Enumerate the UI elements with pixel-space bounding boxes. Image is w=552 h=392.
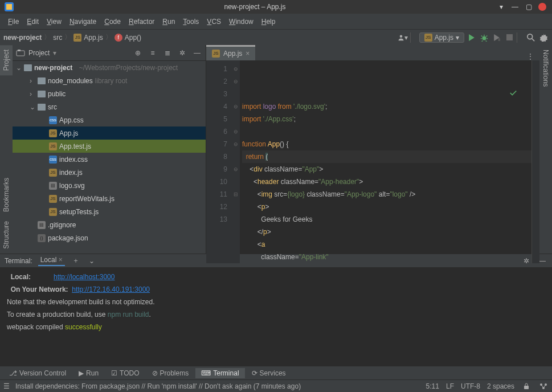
editor-more-icon[interactable]: ⋮	[521, 52, 539, 60]
breadcrumb[interactable]: new-project 〉 src 〉 JS App.js 〉 f App()	[3, 32, 141, 42]
breadcrumb-symbol[interactable]: App()	[125, 34, 141, 42]
locate-icon[interactable]: ⊕	[133, 48, 143, 58]
breadcrumb-folder[interactable]: src	[53, 34, 62, 42]
terminal-link[interactable]: http://172.16.40.191:3000	[72, 285, 150, 293]
menu-code[interactable]: Code	[101, 17, 124, 27]
menu-more-icon[interactable]: ▾	[496, 2, 506, 12]
tree-item[interactable]: JS setupTests.js	[13, 205, 206, 218]
tool-tab-terminal[interactable]: ⌨ Terminal	[195, 368, 244, 378]
status-message-icon[interactable]: ☰	[3, 382, 10, 390]
window-title: new-project – App.js	[17, 3, 493, 11]
editor-scrollbar[interactable]	[531, 60, 539, 263]
bookmarks-tool-button[interactable]: Bookmarks	[0, 173, 13, 217]
js-file-icon: JS	[49, 169, 57, 177]
status-message[interactable]: Install dependencies: From package.json …	[15, 382, 301, 390]
close-icon[interactable]: ×	[246, 50, 250, 58]
version-control-icon: ⎇	[9, 369, 17, 377]
terminal-output[interactable]: Local: http://localhost:3000 On Your Net…	[0, 267, 552, 366]
maximize-icon[interactable]: ▢	[524, 2, 534, 12]
indent-setting[interactable]: 2 spaces	[487, 382, 514, 390]
menu-refactor[interactable]: Refactor	[125, 17, 158, 27]
collapse-all-icon[interactable]: ≣	[162, 48, 173, 58]
chevron-icon[interactable]: ⌄	[30, 103, 35, 111]
panel-settings-icon[interactable]: ✲	[177, 48, 187, 58]
menu-help[interactable]: Help	[258, 17, 279, 27]
tool-tab-problems[interactable]: ⊘ Problems	[146, 368, 195, 378]
chevron-icon[interactable]: ›	[30, 77, 35, 85]
coverage-button[interactable]	[492, 32, 502, 43]
run-button[interactable]	[467, 32, 477, 43]
editor-area: JS App.js × ⋮ 12345678910111213 ⊖⊖⊖⊖⊖⊖⊟ …	[206, 45, 539, 254]
problems-ok-icon[interactable]	[509, 64, 528, 122]
line-gutter[interactable]: 12345678910111213	[206, 60, 232, 263]
user-icon[interactable]: ▾	[398, 32, 408, 43]
js-file-icon: JS	[49, 142, 57, 150]
tree-item[interactable]: JS reportWebVitals.js	[13, 192, 206, 205]
editor-tab[interactable]: JS App.js ×	[206, 45, 255, 60]
menu-window[interactable]: Window	[226, 17, 257, 27]
menu-view[interactable]: View	[43, 17, 65, 27]
hide-panel-icon[interactable]: —	[192, 48, 202, 58]
tree-item[interactable]: css App.css	[13, 113, 206, 126]
caret-position[interactable]: 5:11	[426, 382, 439, 390]
fold-gutter[interactable]: ⊖⊖⊖⊖⊖⊖⊟	[232, 60, 240, 263]
file-encoding[interactable]: UTF-8	[461, 382, 480, 390]
terminal-dropdown-icon[interactable]: ⌄	[87, 256, 97, 266]
js-file-icon: JS	[73, 34, 81, 42]
menu-tools[interactable]: Tools	[179, 17, 202, 27]
breadcrumb-project[interactable]: new-project	[3, 34, 42, 42]
close-icon[interactable]	[537, 2, 547, 12]
svg-rect-8	[17, 51, 24, 56]
project-dropdown-label[interactable]: Project	[28, 49, 50, 57]
menu-vcs[interactable]: VCS	[203, 17, 224, 27]
js-file-icon: JS	[49, 195, 57, 203]
structure-tool-button[interactable]: Structure	[0, 217, 13, 254]
tree-item[interactable]: JS index.js	[13, 166, 206, 179]
settings-icon[interactable]	[538, 32, 549, 43]
add-terminal-icon[interactable]: ＋	[71, 256, 81, 266]
tree-item[interactable]: › node_modules library root	[13, 74, 206, 87]
debug-button[interactable]	[479, 32, 489, 43]
tree-item[interactable]: css index.css	[13, 153, 206, 166]
tool-tab-run[interactable]: ▶ Run	[73, 368, 104, 378]
minimize-icon[interactable]: —	[510, 2, 520, 12]
tool-tab-version-control[interactable]: ⎇ Version Control	[3, 368, 72, 378]
breadcrumb-file[interactable]: App.js	[84, 34, 103, 42]
project-tool-button[interactable]: Project	[0, 45, 13, 75]
menu-navigate[interactable]: Navigate	[66, 17, 100, 27]
terminal-link[interactable]: http://localhost:3000	[54, 273, 115, 281]
source-text[interactable]: import logo from './logo.svg';import './…	[240, 60, 531, 263]
menu-edit[interactable]: Edit	[23, 17, 42, 27]
tree-root[interactable]: ⌄ new-project ~/WebstormProjects/new-pro…	[13, 61, 206, 74]
run-icon: ▶	[79, 369, 84, 377]
tree-item[interactable]: {} package.json	[13, 231, 206, 244]
menu-file[interactable]: File	[5, 17, 22, 27]
tree-item[interactable]: ▤ logo.svg	[13, 179, 206, 192]
tree-item[interactable]: JS App.js	[13, 126, 206, 140]
tool-tab-services[interactable]: ⟳ Services	[246, 368, 292, 378]
tree-item[interactable]: JS App.test.js	[13, 140, 206, 153]
chevron-down-icon[interactable]: ▾	[53, 49, 56, 57]
readonly-lock-icon[interactable]	[521, 381, 531, 391]
main-area: Project Bookmarks Structure Project ▾ ⊕ …	[0, 45, 552, 254]
right-tool-strip: Notifications	[539, 45, 552, 254]
expand-all-icon[interactable]: ≡	[148, 48, 158, 58]
project-tree[interactable]: ⌄ new-project ~/WebstormProjects/new-pro…	[13, 61, 206, 254]
services-icon: ⟳	[252, 369, 257, 377]
close-icon[interactable]: ×	[59, 256, 63, 264]
notifications-tool-button[interactable]: Notifications	[539, 45, 552, 91]
line-separator[interactable]: LF	[446, 382, 454, 390]
chevron-icon[interactable]: ›	[30, 90, 35, 98]
main-menubar: FileEditViewNavigateCodeRefactorRunTools…	[0, 14, 552, 29]
code-editor[interactable]: 12345678910111213 ⊖⊖⊖⊖⊖⊖⊟ import logo fr…	[206, 60, 539, 263]
tree-item[interactable]: ⌄ src	[13, 100, 206, 113]
run-config-selector[interactable]: JS App.js ▾	[419, 32, 464, 43]
tree-item[interactable]: › public	[13, 87, 206, 100]
processes-icon[interactable]	[538, 381, 549, 391]
menu-run[interactable]: Run	[159, 17, 178, 27]
terminal-tab[interactable]: Local ×	[38, 256, 65, 266]
tool-tab-todo[interactable]: ☑ TODO	[105, 368, 145, 378]
chevron-down-icon[interactable]: ⌄	[16, 64, 22, 72]
tree-item[interactable]: ▤ .gitignore	[13, 218, 206, 231]
search-icon[interactable]	[526, 32, 536, 43]
